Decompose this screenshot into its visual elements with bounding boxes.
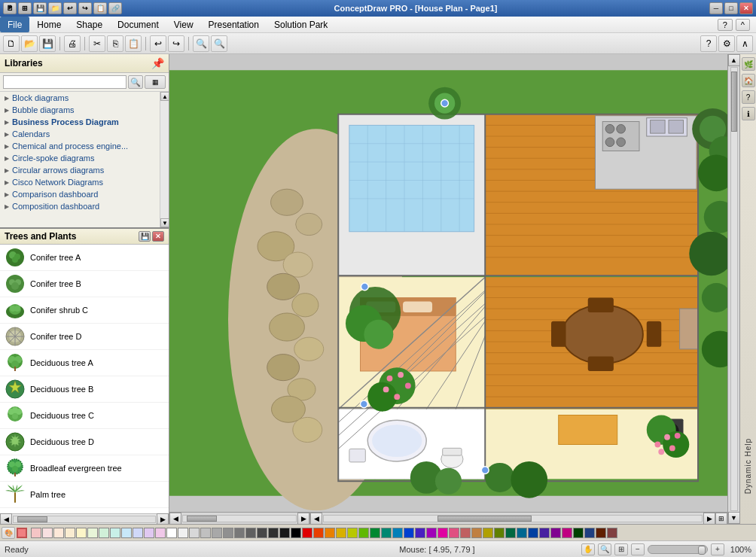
lib-scroll-down[interactable]: ▼ <box>160 218 169 227</box>
trees-save-btn[interactable]: 💾 <box>139 231 151 242</box>
color-swatch-31[interactable] <box>381 528 392 538</box>
color-swatch-10[interactable] <box>144 528 154 538</box>
hand-tool[interactable]: ✋ <box>581 543 595 555</box>
color-swatch-41[interactable] <box>494 528 505 538</box>
left-scroll-right[interactable]: ▶ <box>157 513 169 525</box>
color-swatch-11[interactable] <box>155 528 166 538</box>
color-eyedropper[interactable]: 🎨 <box>2 527 15 539</box>
color-swatch-24[interactable] <box>302 528 312 538</box>
search-button[interactable]: 🔍 <box>128 75 143 89</box>
lib-item-comparison[interactable]: Comparison dashboard <box>0 188 160 200</box>
lib-scroll-up[interactable]: ▲ <box>160 92 169 101</box>
color-swatch-6[interactable] <box>99 528 109 538</box>
toolbar-settings[interactable]: ⚙ <box>718 35 735 52</box>
zoom-minus[interactable]: − <box>631 543 645 555</box>
tree-item-conifer-b[interactable]: Conifer tree B <box>0 271 169 297</box>
menu-document[interactable]: Document <box>110 17 166 32</box>
lib-item-composition[interactable]: Composition dashboard <box>0 200 160 212</box>
tree-item-conifer-shrub[interactable]: Conifer shrub C <box>0 297 169 324</box>
lib-item-bpd[interactable]: Business Process Diagram <box>0 116 160 128</box>
tree-item-conifer-a[interactable]: Conifer tree A <box>0 245 169 271</box>
toolbar-icon-3[interactable]: 💾 <box>33 2 47 14</box>
toolbar-save[interactable]: 💾 <box>39 35 56 52</box>
color-swatch-47[interactable] <box>562 528 572 538</box>
toolbar-icon-4[interactable]: 📁 <box>48 2 62 14</box>
canvas-vscroll-thumb[interactable] <box>731 72 737 132</box>
color-swatch-51[interactable] <box>607 528 617 538</box>
left-scroll-thumb[interactable] <box>17 516 47 522</box>
color-swatch-17[interactable] <box>223 528 233 538</box>
canvas-scroll-left2[interactable]: ◀ <box>310 513 322 525</box>
lib-item-cisco[interactable]: Cisco Network Diagrams <box>0 176 160 188</box>
color-swatch-4[interactable] <box>76 528 87 538</box>
house-plan-svg[interactable]: up <box>169 54 727 512</box>
pin-icon[interactable]: 📌 <box>151 57 164 69</box>
color-swatch-36[interactable] <box>437 528 448 538</box>
trees-close-btn[interactable]: ✕ <box>152 231 164 242</box>
color-swatch-34[interactable] <box>415 528 425 538</box>
color-swatch-32[interactable] <box>392 528 403 538</box>
color-swatch-40[interactable] <box>483 528 493 538</box>
tree-item-palm[interactable]: Palm tree <box>0 482 169 508</box>
fit-tool[interactable]: ⊞ <box>614 543 628 555</box>
toolbar-paste[interactable]: 📋 <box>125 35 142 52</box>
color-swatch-46[interactable] <box>550 528 561 538</box>
toolbar-icon-6[interactable]: 🔗 <box>108 2 122 14</box>
lib-item-block[interactable]: Block diagrams <box>0 92 160 104</box>
canvas-corner-btn[interactable]: ⊞ <box>715 513 727 525</box>
color-swatch-16[interactable] <box>212 528 222 538</box>
color-swatch-28[interactable] <box>347 528 358 538</box>
toolbar-icon-2[interactable]: ⊞ <box>18 2 32 14</box>
color-swatch-15[interactable] <box>200 528 211 538</box>
canvas-scroll-right2[interactable]: ▶ <box>703 513 715 525</box>
color-swatch-12[interactable] <box>166 528 177 538</box>
lib-item-circular-arrows[interactable]: Circular arrows diagrams <box>0 164 160 176</box>
lib-item-bubble[interactable]: Bubble diagrams <box>0 104 160 116</box>
right-icon-1[interactable]: 🌿 <box>742 57 755 71</box>
color-swatch-22[interactable] <box>279 528 290 538</box>
collapse-btn[interactable]: ^ <box>736 19 750 31</box>
color-swatch-30[interactable] <box>370 528 380 538</box>
zoom-thumb[interactable] <box>698 546 706 555</box>
help-btn[interactable]: ? <box>718 19 733 31</box>
menu-view[interactable]: View <box>166 17 201 32</box>
lib-scrollbar[interactable]: ▲ ▼ <box>160 92 169 227</box>
color-swatch-43[interactable] <box>517 528 527 538</box>
color-swatch-19[interactable] <box>245 528 256 538</box>
toolbar-zoom-out[interactable]: 🔍 <box>211 35 227 52</box>
lib-item-calendars[interactable]: Calendars <box>0 128 160 140</box>
canvas-scroll-up[interactable]: ▲ <box>728 54 740 66</box>
color-swatch-14[interactable] <box>189 528 200 538</box>
toolbar-zoom-in[interactable]: 🔍 <box>193 35 209 52</box>
color-swatch-26[interactable] <box>325 528 335 538</box>
color-swatch-1[interactable] <box>42 528 53 538</box>
color-swatch-5[interactable] <box>87 528 98 538</box>
tree-item-conifer-d[interactable]: Conifer tree D <box>0 324 169 350</box>
zoom-plus[interactable]: + <box>711 543 724 555</box>
toolbar-help[interactable]: ? <box>700 35 717 52</box>
color-swatch-37[interactable] <box>449 528 459 538</box>
canvas-scroll-down[interactable]: ▼ <box>728 512 740 524</box>
toolbar-icon-1[interactable]: 🖹 <box>3 2 17 14</box>
color-swatch-3[interactable] <box>65 528 75 538</box>
color-swatch-50[interactable] <box>596 528 606 538</box>
left-scroll-left[interactable]: ◀ <box>0 513 12 525</box>
color-swatch-29[interactable] <box>358 528 369 538</box>
toolbar-icon-5[interactable]: 📋 <box>93 2 107 14</box>
color-swatch-7[interactable] <box>110 528 120 538</box>
toolbar-print[interactable]: 🖨 <box>64 35 81 52</box>
canvas-scroll-right[interactable]: ▶ <box>297 513 309 525</box>
color-swatch-38[interactable] <box>460 528 471 538</box>
color-swatch-45[interactable] <box>539 528 550 538</box>
toolbar-undo[interactable]: ↩ <box>150 35 166 52</box>
canvas-hscroll-thumb-1[interactable] <box>187 516 217 522</box>
menu-file[interactable]: File <box>0 17 29 32</box>
tree-item-deciduous-d[interactable]: Deciduous tree D <box>0 429 169 455</box>
color-swatch-0[interactable] <box>31 528 41 538</box>
right-icon-3[interactable]: ? <box>742 90 755 104</box>
color-swatch-13[interactable] <box>178 528 188 538</box>
tree-item-deciduous-c[interactable]: Deciduous tree C <box>0 403 169 429</box>
color-swatch-27[interactable] <box>336 528 346 538</box>
color-swatch-44[interactable] <box>528 528 538 538</box>
color-swatch-23[interactable] <box>291 528 301 538</box>
